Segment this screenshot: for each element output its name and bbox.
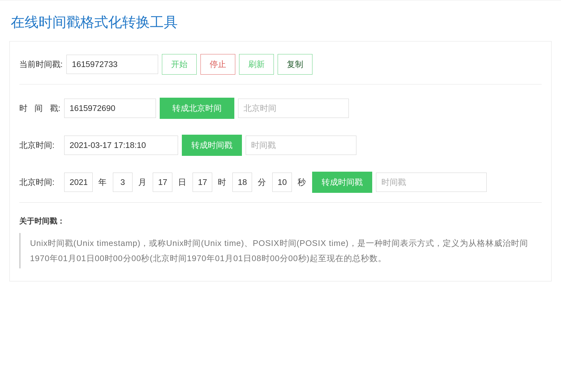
second-unit: 秒 <box>298 177 306 188</box>
timestamp-input[interactable] <box>64 99 156 118</box>
hour-unit: 时 <box>218 177 226 188</box>
day-input[interactable] <box>153 173 172 192</box>
convert-to-ts-button-1[interactable]: 转成时间戳 <box>182 135 242 156</box>
datetime-output[interactable] <box>238 99 349 118</box>
year-input[interactable] <box>64 173 93 192</box>
day-unit: 日 <box>178 177 186 188</box>
page-title: 在线时间戳格式化转换工具 <box>0 0 561 41</box>
refresh-button[interactable]: 刷新 <box>239 54 274 75</box>
convert-to-ts-button-2[interactable]: 转成时间戳 <box>312 172 372 193</box>
copy-button[interactable]: 复制 <box>278 54 312 75</box>
year-unit: 年 <box>98 177 107 188</box>
convert-to-datetime-button[interactable]: 转成北京时间 <box>160 98 234 119</box>
divider-2 <box>19 202 542 203</box>
second-input[interactable] <box>272 173 292 192</box>
datetime-input[interactable] <box>64 136 178 155</box>
ts-to-datetime-row: 时间戳: 转成北京时间 <box>19 98 542 119</box>
ts-output-2[interactable] <box>376 173 487 192</box>
current-timestamp-input[interactable] <box>66 55 158 74</box>
divider <box>19 84 542 84</box>
minute-input[interactable] <box>232 173 252 192</box>
hour-input[interactable] <box>193 173 212 192</box>
beijing-time-label-2: 北京时间: <box>19 177 60 188</box>
about-body: Unix时间戳(Unix timestamp)，或称Unix时间(Unix ti… <box>19 233 542 268</box>
beijing-time-label-1: 北京时间: <box>19 140 60 151</box>
ts-output-1[interactable] <box>246 136 356 155</box>
datetime-to-ts-row: 北京时间: 转成时间戳 <box>19 135 542 156</box>
split-datetime-to-ts-row: 北京时间: 年 月 日 时 分 秒 转成时间戳 <box>19 172 542 193</box>
stop-button[interactable]: 停止 <box>200 54 235 75</box>
month-input[interactable] <box>113 173 133 192</box>
minute-unit: 分 <box>258 177 266 188</box>
timestamp-label: 时间戳: <box>19 103 60 114</box>
month-unit: 月 <box>138 177 146 188</box>
about-title: 关于时间戳： <box>19 216 542 226</box>
converter-panel: 当前时间戳: 开始 停止 刷新 复制 时间戳: 转成北京时间 北京时间: 转成时… <box>9 41 552 281</box>
current-timestamp-label: 当前时间戳: <box>19 59 63 70</box>
current-timestamp-row: 当前时间戳: 开始 停止 刷新 复制 <box>19 54 542 75</box>
start-button[interactable]: 开始 <box>162 54 197 75</box>
